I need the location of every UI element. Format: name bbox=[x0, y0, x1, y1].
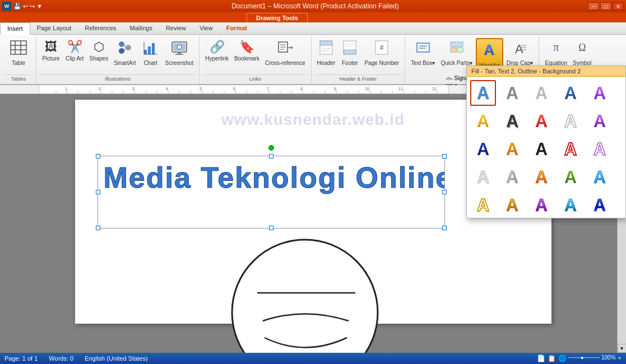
page-number-btn[interactable]: # Page Number bbox=[362, 38, 401, 73]
handle-top-left[interactable] bbox=[96, 154, 100, 158]
undo-btn[interactable]: ↩ bbox=[23, 3, 28, 10]
handle-rotate[interactable] bbox=[268, 145, 274, 151]
view-web-btn[interactable]: 🌐 bbox=[558, 354, 567, 362]
gallery-item-10[interactable]: A bbox=[587, 108, 613, 134]
handle-middle-left[interactable] bbox=[96, 190, 100, 194]
svg-point-132 bbox=[232, 240, 378, 353]
wordart-text-content: Media Teknologi Online bbox=[98, 156, 444, 199]
redo-btn[interactable]: ↪ bbox=[30, 3, 35, 10]
tab-format[interactable]: Format bbox=[220, 22, 254, 34]
chart-btn[interactable]: Chart bbox=[140, 38, 162, 73]
table-btn[interactable]: Table bbox=[4, 38, 33, 73]
textbox-btn[interactable]: Text Box▾ bbox=[409, 38, 437, 73]
hyperlink-icon: 🔗 bbox=[210, 40, 225, 54]
gallery-item-21[interactable]: A bbox=[470, 192, 496, 218]
ribbon: Table Tables 🖼 Picture ✂️ Clip Art ⬡ Sha… bbox=[0, 35, 626, 85]
svg-text:A: A bbox=[564, 167, 577, 186]
gallery-item-8[interactable]: A bbox=[528, 108, 554, 134]
window-controls: ─ □ ✕ bbox=[588, 2, 624, 10]
gallery-item-3[interactable]: A bbox=[528, 80, 554, 106]
hyperlink-btn[interactable]: 🔗 Hyperlink bbox=[203, 38, 231, 73]
gallery-item-2[interactable]: A bbox=[499, 80, 525, 106]
customize-btn[interactable]: ▼ bbox=[36, 3, 43, 10]
crossref-btn[interactable]: Cross-reference bbox=[263, 38, 308, 73]
gallery-item-14[interactable]: A bbox=[558, 136, 583, 162]
screenshot-btn[interactable]: Screenshot bbox=[163, 38, 196, 73]
header-btn[interactable]: Header bbox=[315, 38, 338, 73]
svg-text:10: 10 bbox=[365, 87, 369, 91]
smartart-label: SmartArt bbox=[114, 60, 136, 67]
bookmark-btn[interactable]: 🔖 Bookmark bbox=[232, 38, 262, 73]
app-window: W 💾 ↩ ↪ ▼ Document1 – Microsoft Word (Pr… bbox=[0, 0, 626, 364]
save-btn[interactable]: 💾 bbox=[13, 3, 21, 10]
svg-text:A: A bbox=[477, 139, 489, 158]
gallery-item-20[interactable]: A bbox=[587, 164, 613, 190]
handle-top-middle[interactable] bbox=[269, 154, 273, 158]
gallery-item-6[interactable]: A bbox=[470, 108, 496, 134]
gallery-item-16[interactable]: A bbox=[470, 164, 496, 190]
view-full-btn[interactable]: 📋 bbox=[548, 354, 556, 362]
gallery-item-4[interactable]: A bbox=[558, 80, 583, 106]
gallery-item-24[interactable]: A bbox=[558, 192, 583, 218]
svg-text:2: 2 bbox=[99, 87, 101, 91]
gallery-item-18[interactable]: A bbox=[528, 164, 554, 190]
header-icon bbox=[319, 40, 333, 59]
shapes-btn[interactable]: ⬡ Shapes bbox=[87, 38, 110, 73]
gallery-item-22[interactable]: A bbox=[499, 192, 525, 218]
gallery-item-5[interactable]: A bbox=[587, 80, 613, 106]
gallery-item-7[interactable]: A A bbox=[499, 108, 525, 134]
handle-top-right[interactable] bbox=[442, 154, 447, 158]
tab-insert[interactable]: Insert bbox=[0, 22, 30, 35]
svg-rect-11 bbox=[148, 46, 151, 54]
footer-btn[interactable]: Footer bbox=[338, 38, 361, 73]
handle-bottom-left[interactable] bbox=[96, 226, 100, 230]
gallery-item-19[interactable]: A bbox=[558, 164, 583, 190]
maximize-btn[interactable]: □ bbox=[600, 2, 611, 10]
zoom-slider[interactable]: ───●──── 100% bbox=[569, 354, 616, 362]
close-btn[interactable]: ✕ bbox=[613, 2, 624, 10]
wordart-selection-box[interactable]: Media Teknologi Online bbox=[98, 156, 445, 228]
svg-point-19 bbox=[177, 45, 182, 49]
gallery-content: A A A bbox=[467, 77, 625, 218]
gallery-item-25[interactable]: A bbox=[587, 192, 613, 218]
svg-text:A: A bbox=[506, 139, 518, 158]
handle-bottom-middle[interactable] bbox=[269, 226, 273, 230]
tab-references[interactable]: References bbox=[78, 22, 123, 34]
circle-drawing bbox=[226, 234, 383, 353]
svg-rect-38 bbox=[451, 42, 463, 46]
zoom-in-btn[interactable]: + bbox=[618, 354, 622, 362]
tab-view[interactable]: View bbox=[193, 22, 220, 34]
svg-text:A: A bbox=[593, 195, 606, 214]
gallery-item-23[interactable]: A bbox=[528, 192, 554, 218]
ribbon-group-tables: Table Tables bbox=[1, 36, 36, 84]
scroll-arrow-down[interactable]: ▼ bbox=[618, 344, 627, 353]
tab-mailings[interactable]: Mailings bbox=[123, 22, 159, 34]
svg-rect-40 bbox=[457, 48, 463, 52]
svg-point-7 bbox=[119, 48, 124, 54]
tab-page-layout[interactable]: Page Layout bbox=[30, 22, 78, 34]
svg-marker-24 bbox=[291, 46, 293, 49]
minimize-btn[interactable]: ─ bbox=[588, 2, 599, 10]
svg-text:A: A bbox=[593, 111, 606, 130]
handle-bottom-right[interactable] bbox=[442, 226, 447, 230]
clipart-btn[interactable]: ✂️ Clip Art bbox=[63, 38, 86, 73]
gallery-item-9[interactable]: A bbox=[558, 108, 583, 134]
svg-text:12: 12 bbox=[432, 87, 437, 91]
status-bar: Page: 1 of 1 Words: 0 English (United St… bbox=[0, 353, 626, 364]
smartart-btn[interactable]: SmartArt bbox=[112, 38, 138, 73]
gallery-item-12[interactable]: A bbox=[499, 136, 525, 162]
tab-review[interactable]: Review bbox=[159, 22, 193, 34]
svg-text:5: 5 bbox=[200, 87, 202, 91]
svg-text:8: 8 bbox=[300, 87, 303, 91]
gallery-item-13[interactable]: A bbox=[528, 136, 554, 162]
gallery-item-1[interactable]: A bbox=[470, 80, 496, 106]
chart-label: Chart bbox=[143, 60, 157, 67]
gallery-item-17[interactable]: A bbox=[499, 164, 525, 190]
handle-middle-right[interactable] bbox=[442, 190, 447, 194]
gallery-row-4: A A A bbox=[470, 164, 622, 190]
svg-text:3: 3 bbox=[132, 87, 135, 91]
picture-btn[interactable]: 🖼 Picture bbox=[40, 38, 62, 73]
gallery-item-11[interactable]: A bbox=[470, 136, 496, 162]
gallery-item-15[interactable]: A bbox=[587, 136, 613, 162]
view-print-btn[interactable]: 📄 bbox=[537, 354, 545, 362]
